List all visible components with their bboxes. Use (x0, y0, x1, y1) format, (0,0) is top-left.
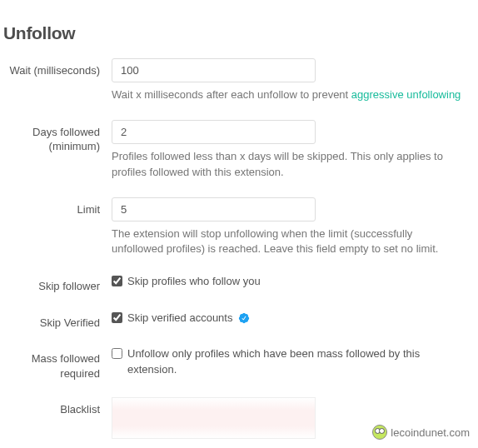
skip-verified-label: Skip Verified (3, 311, 112, 331)
verified-badge-icon (238, 312, 250, 324)
days-followed-row: Days followed (minimum) Profiles followe… (3, 120, 471, 181)
limit-input[interactable] (112, 197, 316, 222)
page-title: Unfollow (3, 23, 471, 43)
limit-row: Limit The extension will stop unfollowin… (3, 197, 471, 258)
wait-row: Wait (milliseconds) Wait x milliseconds … (3, 58, 471, 103)
mass-followed-checkbox-label: Unfollow only profiles which have been m… (127, 346, 463, 376)
days-followed-label: Days followed (minimum) (3, 120, 112, 154)
mass-followed-label: Mass followed required (3, 346, 112, 381)
skip-verified-checkbox[interactable] (112, 312, 122, 323)
aggressive-unfollowing-link[interactable]: aggressive unfollowing (351, 88, 461, 101)
skip-verified-checkbox-label: Skip verified accounts (127, 311, 250, 326)
wait-label: Wait (milliseconds) (3, 58, 112, 78)
wait-input[interactable] (112, 58, 316, 82)
skip-follower-checkbox[interactable] (112, 276, 122, 286)
days-followed-input[interactable] (112, 120, 316, 144)
days-followed-help: Profiles followed less than x days will … (112, 149, 463, 181)
wait-help: Wait x milliseconds after each unfollow … (112, 87, 463, 103)
limit-label: Limit (3, 197, 112, 217)
mass-followed-checkbox[interactable] (112, 348, 122, 359)
blacklist-label: Blacklist (3, 397, 112, 417)
skip-follower-row: Skip follower Skip profiles who follow y… (3, 274, 471, 294)
watermark-logo-icon (372, 425, 387, 440)
skip-verified-row: Skip Verified Skip verified accounts (3, 311, 471, 331)
skip-follower-checkbox-label: Skip profiles who follow you (127, 274, 261, 289)
mass-followed-row: Mass followed required Unfollow only pro… (3, 346, 471, 381)
blacklist-textarea[interactable] (112, 397, 316, 439)
skip-follower-label: Skip follower (3, 274, 112, 294)
watermark-text: lecoindunet.com (391, 426, 470, 439)
limit-help: The extension will stop unfollowing when… (112, 226, 463, 258)
watermark: lecoindunet.com (372, 425, 470, 440)
